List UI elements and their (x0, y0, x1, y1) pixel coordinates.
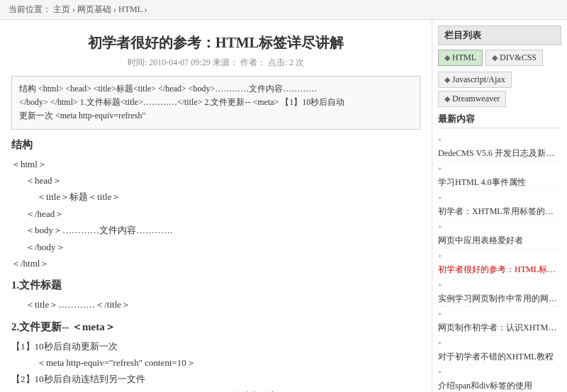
section-filetitle-heading: 1.文件标题 (11, 279, 420, 292)
list-item: 网页中应用表格爱好者 (438, 220, 561, 249)
sidebar-tabs-row2: ◆ Javascript/Ajax ◆ Dreamweaver (438, 72, 561, 107)
article-title: 初学者很好的参考：HTML标签详尽讲解 (11, 33, 420, 52)
sidebar-tab-javascript[interactable]: ◆ Javascript/Ajax (438, 72, 512, 88)
sidebar-latest-list: DedeCMS V5.6 开发日志及新建议提交 学习HTML 4.0事件属性 初… (438, 133, 561, 392)
html-tab-label: HTML (452, 52, 476, 63)
content-area: 初学者很好的参考：HTML标签详尽讲解 时间: 2010-04-07 09:29… (0, 20, 432, 392)
sidebar-link[interactable]: DedeCMS V5.6 开发日志及新建议提交 (438, 147, 561, 159)
dw-tab-icon: ◆ (444, 94, 450, 103)
line-head-open: ＜head＞ (11, 172, 420, 189)
list-item: 对于初学者不错的XHTML教程 (438, 336, 561, 365)
line-update2-label: 【2】10秒后自动连结到另一文件 (11, 371, 420, 387)
sidebar: 栏目列表 ◆ HTML ◆ DIV&CSS ◆ Javascript/Ajax (432, 20, 567, 392)
divcss-tab-icon: ◆ (492, 53, 498, 62)
sidebar-link[interactable]: 对于初学者不错的XHTML教程 (438, 350, 561, 363)
list-item: 实例学习网页制作中常用的网页表 (438, 278, 561, 307)
line-update1-label: 【1】10秒后自动更新一次 (11, 338, 420, 354)
section-structure-heading: 结构 (11, 138, 420, 152)
dw-tab-label: Dreamweaver (452, 94, 500, 104)
line-title-example: ＜title＞…………＜/title＞ (11, 296, 420, 313)
sidebar-link[interactable]: 介绍span和div标签的使用 (438, 379, 561, 392)
line-title-tag: ＜title＞标题＜title＞ (11, 189, 420, 205)
sidebar-tabs-row1: ◆ HTML ◆ DIV&CSS (438, 50, 561, 66)
sidebar-tab-divcss[interactable]: ◆ DIV&CSS (485, 50, 543, 66)
sidebar-link[interactable]: 学习HTML 4.0事件属性 (438, 176, 561, 189)
breadcrumb-html[interactable]: HTML (118, 4, 142, 14)
page-wrapper: 当前位置： 主页 › 网页基础 › HTML › 初学者很好的参考：HTML标签… (0, 0, 567, 392)
line-html-close: ＜/html＞ (11, 255, 420, 271)
breadcrumb-home[interactable]: 主页 (53, 4, 70, 14)
line-body-close: ＜/body＞ (11, 239, 420, 255)
sidebar-link-active[interactable]: 初学者很好的参考：HTML标签详尽讲 (438, 263, 561, 276)
sidebar-link[interactable]: 实例学习网页制作中常用的网页表 (438, 292, 561, 305)
sidebar-tab-dreamweaver[interactable]: ◆ Dreamweaver (438, 91, 506, 107)
breadcrumb-sep2: › (113, 4, 118, 14)
main-layout: 初学者很好的参考：HTML标签详尽讲解 时间: 2010-04-07 09:29… (0, 20, 567, 392)
sidebar-tab-html[interactable]: ◆ HTML (438, 50, 483, 66)
breadcrumb: 当前位置： 主页 › 网页基础 › HTML › (0, 0, 567, 20)
list-item: 网页制作初学者：认识XHTML DHTML S (438, 307, 561, 336)
list-item: DedeCMS V5.6 开发日志及新建议提交 (438, 133, 561, 162)
breadcrumb-webbase[interactable]: 网页基础 (77, 4, 111, 14)
article-meta: 时间: 2010-04-07 09:29 来源： 作者： 点击: 2 次 (11, 57, 420, 69)
sidebar-latest-title: 最新内容 (438, 113, 561, 128)
list-item: 初学者很好的参考：HTML标签详尽讲 (438, 249, 561, 278)
divcss-tab-label: DIV&CSS (500, 52, 537, 63)
sidebar-link[interactable]: 网页中应用表格爱好者 (438, 234, 561, 247)
sidebar-link[interactable]: 网页制作初学者：认识XHTML DHTML S (438, 321, 561, 334)
code-preview: 结构 <html> <head> <title>标题<title> </head… (11, 76, 420, 130)
sidebar-category-title: 栏目列表 (438, 26, 561, 45)
line-update1-code: ＜meta http-equiv="refresh" content=10＞ (11, 354, 420, 371)
section-fileupdate-heading: 2.文件更新-- ＜meta＞ (11, 320, 420, 334)
line-update2-code: ＜meta http-equiv="refresh" content="10；U… (11, 388, 420, 392)
html-tab-icon: ◆ (444, 53, 450, 62)
list-item: 初学者：XHTML常用标签的基本应用指 (438, 191, 561, 220)
breadcrumb-label: 当前位置： (9, 4, 51, 14)
line-body-open: ＜body＞…………文件内容………… (11, 222, 420, 238)
sidebar-link[interactable]: 初学者：XHTML常用标签的基本应用指 (438, 205, 561, 218)
list-item: 介绍span和div标签的使用 (438, 365, 561, 392)
line-html-open: ＜html＞ (11, 156, 420, 172)
js-tab-icon: ◆ (444, 75, 450, 84)
breadcrumb-sep1: › (72, 4, 77, 14)
js-tab-label: Javascript/Ajax (452, 74, 505, 85)
line-head-close: ＜/head＞ (11, 206, 420, 222)
breadcrumb-sep3: › (145, 4, 147, 14)
list-item: 学习HTML 4.0事件属性 (438, 162, 561, 191)
